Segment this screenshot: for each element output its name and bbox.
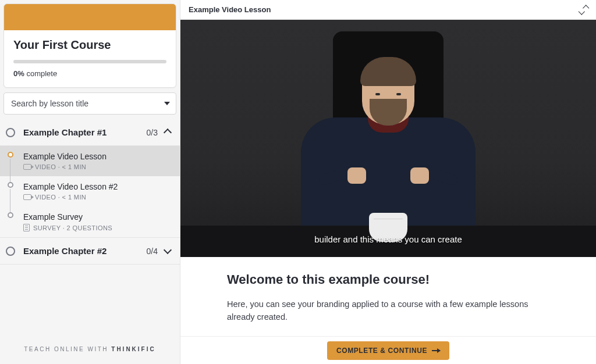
- lesson-header-title: Example Video Lesson: [189, 5, 271, 14]
- course-card-body: Your First Course 0% complete: [4, 30, 176, 87]
- divider: [0, 264, 180, 265]
- lesson-status-dot-icon: [8, 152, 13, 158]
- lesson-item[interactable]: Example Video Lesson VIDEO · < 1 MIN: [0, 146, 180, 176]
- lesson-action-bar: COMPLETE & CONTINUE: [180, 336, 596, 364]
- chevron-up-icon: [164, 128, 172, 136]
- progress-suffix: complete: [24, 69, 57, 78]
- video-illustration: [289, 53, 487, 228]
- chapter-progress-count: 0/3: [147, 128, 158, 137]
- chapter-list: Example Chapter #1 0/3 Example Video Les…: [0, 119, 180, 334]
- caret-down-icon: [164, 102, 170, 105]
- video-icon: [23, 194, 31, 200]
- lesson-content-heading: Welcome to this example course!: [227, 272, 549, 287]
- video-icon: [23, 164, 31, 170]
- lesson-item[interactable]: Example Video Lesson #2 VIDEO · < 1 MIN: [0, 176, 180, 206]
- lesson-title: Example Video Lesson #2: [23, 182, 173, 191]
- chevron-down-icon: [164, 245, 172, 254]
- lesson-title: Example Video Lesson: [23, 152, 173, 161]
- progress-percent: 0%: [13, 69, 24, 78]
- footer-prefix: TEACH ONLINE WITH: [24, 346, 111, 352]
- chapter-status-circle-icon: [6, 128, 15, 137]
- chapter-progress-count: 0/4: [147, 247, 158, 256]
- chapter-header-1[interactable]: Example Chapter #1 0/3: [0, 119, 180, 145]
- lesson-meta: SURVEY · 2 QUESTIONS: [33, 224, 112, 231]
- lesson-content-paragraph: Here, you can see your branding applied …: [227, 298, 549, 324]
- video-player[interactable]: builder and this means you can create: [180, 20, 596, 257]
- search-lesson-select[interactable]: Search by lesson title: [3, 92, 176, 115]
- survey-icon: [23, 224, 30, 231]
- chapter-title: Example Chapter #1: [23, 127, 147, 137]
- lesson-item[interactable]: Example Survey SURVEY · 2 QUESTIONS: [0, 206, 180, 237]
- expand-icon[interactable]: [580, 6, 588, 14]
- course-title: Your First Course: [13, 38, 166, 52]
- video-caption: builder and this means you can create: [314, 234, 462, 244]
- progress-bar: [13, 60, 166, 63]
- arrow-right-icon: [432, 350, 440, 351]
- progress-text: 0% complete: [13, 69, 166, 78]
- lesson-title: Example Survey: [23, 212, 173, 222]
- chapter-title: Example Chapter #2: [23, 246, 147, 256]
- search-placeholder: Search by lesson title: [11, 99, 88, 108]
- lesson-list-chapter-1: Example Video Lesson VIDEO · < 1 MIN Exa…: [0, 146, 180, 237]
- chapter-header-2[interactable]: Example Chapter #2 0/4: [0, 238, 180, 264]
- course-card: Your First Course 0% complete: [3, 3, 176, 88]
- lesson-header: Example Video Lesson: [180, 0, 596, 20]
- lesson-content: Welcome to this example course! Here, yo…: [180, 257, 596, 364]
- course-cover-bar: [4, 4, 176, 30]
- lesson-status-dot-icon: [8, 212, 13, 218]
- footer-brand-name: THINKIFIC: [111, 346, 155, 352]
- footer-brand[interactable]: TEACH ONLINE WITH THINKIFIC: [0, 334, 180, 364]
- lesson-main: Example Video Lesson builder and this me…: [180, 0, 596, 364]
- chapter-status-circle-icon: [6, 247, 15, 256]
- lesson-status-dot-icon: [8, 182, 13, 188]
- lesson-meta: VIDEO · < 1 MIN: [35, 194, 86, 201]
- cta-label: COMPLETE & CONTINUE: [336, 347, 427, 355]
- lesson-meta: VIDEO · < 1 MIN: [35, 163, 86, 170]
- complete-continue-button[interactable]: COMPLETE & CONTINUE: [327, 341, 449, 360]
- course-sidebar: Your First Course 0% complete Search by …: [0, 0, 180, 364]
